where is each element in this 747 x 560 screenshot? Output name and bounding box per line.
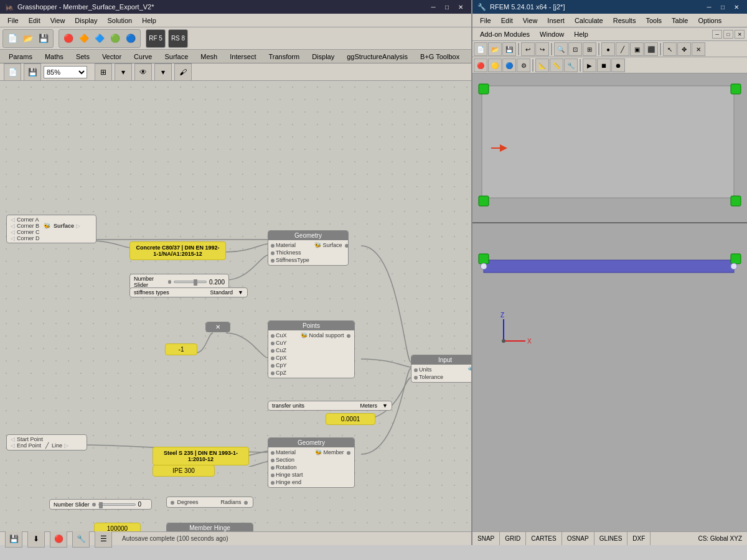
rfem-tb-surface[interactable]: ▣	[630, 42, 644, 56]
rfem-minimize-btn[interactable]: ─	[703, 2, 715, 12]
rfem-window-menu[interactable]: Window	[535, 29, 569, 39]
gh-minimize-btn[interactable]: ─	[428, 2, 439, 12]
rfem-tb2-2[interactable]: 🟡	[488, 58, 502, 72]
xmark-node[interactable]: ✕	[205, 322, 230, 332]
rfem-tb2-1[interactable]: 🔴	[474, 58, 487, 72]
rfem-close-btn[interactable]: ✕	[731, 2, 742, 12]
snap-btn[interactable]: ⊞	[95, 63, 112, 81]
status-icon4[interactable]: 🔧	[72, 530, 90, 548]
rfem-menu-tools[interactable]: Tools	[641, 16, 667, 26]
tab-transform[interactable]: Transform	[262, 52, 306, 62]
tab-sets[interactable]: Sets	[70, 52, 96, 62]
rfem-menu-insert[interactable]: Insert	[542, 16, 570, 26]
tab-surface[interactable]: Surface	[158, 52, 194, 62]
rfem-snap-btn[interactable]: SNAP	[472, 532, 500, 545]
rfem-tb-undo[interactable]: ↩	[521, 42, 535, 56]
rfem-tb-line[interactable]: ╱	[616, 42, 629, 56]
rfem-tb-open[interactable]: 📂	[488, 42, 502, 56]
rfem-tb2-10[interactable]: ⏺	[611, 58, 625, 72]
rfem-sub-min[interactable]: ─	[712, 30, 722, 39]
menu-solution[interactable]: Solution	[102, 16, 137, 26]
value-100000-node[interactable]: 100000	[94, 523, 141, 531]
rfem-tb-fit[interactable]: ⊡	[568, 42, 582, 56]
tb-icon2[interactable]: 🔶	[77, 31, 92, 46]
rfem-tb2-4[interactable]: ⚙	[517, 58, 530, 72]
slider1-track[interactable]	[174, 281, 207, 283]
tab-bg[interactable]: B+G Toolbox	[414, 52, 466, 62]
transfer-units-node[interactable]: transfer units Meters ▼	[268, 401, 392, 411]
tab-intersect[interactable]: Intersect	[223, 52, 262, 62]
rfem-menu-file[interactable]: File	[475, 16, 496, 26]
rfem-glines-btn[interactable]: GLINES	[594, 532, 628, 545]
rfem-grid-btn[interactable]: GRID	[500, 532, 526, 545]
degrees-radians-node[interactable]: Degrees Radians	[166, 497, 253, 508]
steel-material-node[interactable]: Steel S 235 | DIN EN 1993-1-1:2010-12	[153, 447, 249, 465]
rfem-tb2-3[interactable]: 🔵	[502, 58, 516, 72]
geometry-surface-node[interactable]: Geometry Material Thickness StiffnessTyp…	[268, 230, 349, 266]
member-hinge-node[interactable]: Member Hinge CuX CuY CuZ CpX CpY CpZ	[166, 523, 253, 531]
status-icon1[interactable]: 💾	[5, 530, 22, 548]
stiffness-types-node[interactable]: stiffness types Standard ▼	[129, 287, 248, 297]
rfem-cartes-btn[interactable]: CARTES	[526, 532, 561, 545]
status-icon5[interactable]: ☰	[95, 530, 112, 548]
gh-maximize-btn[interactable]: □	[441, 2, 453, 12]
menu-file[interactable]: File	[2, 16, 24, 26]
status-icon2[interactable]: ⬇	[27, 530, 45, 548]
rfem-tb-solid[interactable]: ⬛	[644, 42, 658, 56]
canvas-save-btn[interactable]: 💾	[24, 63, 41, 81]
tb-icon3[interactable]: 🔷	[92, 31, 107, 46]
rfem-tb-3d[interactable]: ⊞	[583, 42, 596, 56]
rfem-tb-delete[interactable]: ✕	[692, 42, 705, 56]
tab-gg[interactable]: ggStructureAnalysis	[341, 52, 414, 62]
paint-btn[interactable]: 🖌	[174, 63, 192, 81]
rfem-menu-view[interactable]: View	[518, 16, 543, 26]
menu-view[interactable]: View	[45, 16, 70, 26]
rfem-addon-menu[interactable]: Add-on Modules	[475, 29, 535, 39]
nodal-support-node[interactable]: Points CuX CuY CuZ CpX CpY CpZ	[268, 320, 355, 378]
eye-dropdown-btn[interactable]: ▾	[154, 63, 172, 81]
rfem-sub-restore[interactable]: □	[723, 30, 733, 39]
rfem-tb-save[interactable]: 💾	[502, 42, 516, 56]
tb-icon1[interactable]: 🔴	[61, 31, 76, 46]
rfem-tb-node[interactable]: ●	[601, 42, 615, 56]
tab-vector[interactable]: Vector	[96, 52, 128, 62]
rfem-menu-options[interactable]: Options	[693, 16, 726, 26]
ipe-node[interactable]: IPE 300	[153, 465, 215, 477]
rfem-tb2-8[interactable]: ▶	[583, 58, 596, 72]
rfem-tb2-5[interactable]: 📐	[535, 58, 549, 72]
concrete-material-node[interactable]: Concrete C80/37 | DIN EN 1992-1-1/NA/A1:…	[129, 241, 226, 260]
menu-display[interactable]: Display	[70, 16, 102, 26]
rfem-menu-results[interactable]: Results	[608, 16, 641, 26]
tab-puffe[interactable]: Puffe	[466, 52, 471, 62]
gh-close-btn[interactable]: ✕	[455, 2, 466, 12]
canvas-new-btn[interactable]: 📄	[4, 63, 21, 81]
rf5-btn[interactable]: RF 5	[148, 31, 163, 46]
new-btn[interactable]: 📄	[5, 31, 20, 46]
rfem-osnap-btn[interactable]: OSNAP	[562, 532, 594, 545]
value-0001-node[interactable]: 0.0001	[326, 413, 375, 425]
menu-edit[interactable]: Edit	[24, 16, 45, 26]
rfem-sub-close[interactable]: ✕	[735, 30, 745, 39]
slider2-track[interactable]	[98, 503, 136, 506]
number-slider-2[interactable]: Number Slider 0	[49, 499, 152, 510]
snap-dropdown-btn[interactable]: ▾	[115, 63, 132, 81]
input-node[interactable]: Input Units Tolerance 🔧	[411, 355, 471, 383]
rfem-tb-redo[interactable]: ↪	[535, 42, 549, 56]
neg-one-node[interactable]: -1	[165, 343, 197, 355]
open-btn[interactable]: 📂	[21, 31, 35, 46]
rfem-help-menu[interactable]: Help	[569, 29, 593, 39]
rfem-tb2-7[interactable]: 🔧	[564, 58, 578, 72]
rfem-menu-table[interactable]: Table	[667, 16, 693, 26]
corner-node[interactable]: ◁ Corner A ◁ Corner B 🐝 Surface ▷ ◁ Corn…	[6, 215, 96, 243]
tb-icon4[interactable]: 🟢	[108, 31, 123, 46]
eye-btn[interactable]: 👁	[134, 63, 152, 81]
rfem-menu-edit[interactable]: Edit	[496, 16, 518, 26]
rfem-viewport[interactable]: Z X	[472, 73, 747, 531]
tab-maths[interactable]: Maths	[39, 52, 70, 62]
save-btn[interactable]: 💾	[36, 31, 51, 46]
tab-display[interactable]: Display	[306, 52, 341, 62]
rfem-tb-select[interactable]: ↖	[663, 42, 677, 56]
transfer-units-arrow[interactable]: ▼	[382, 403, 388, 409]
stiffness-arrow[interactable]: ▼	[238, 289, 243, 296]
geometry-member-node[interactable]: Geometry Material Section Rotation Hinge…	[268, 437, 355, 488]
